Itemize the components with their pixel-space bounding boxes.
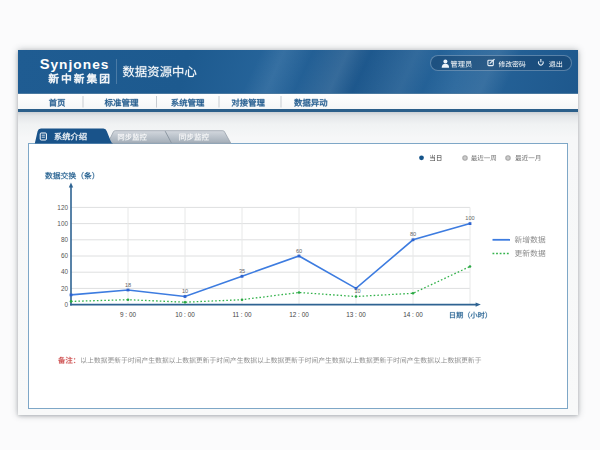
svg-text:12 : 00: 12 : 00	[289, 311, 309, 318]
svg-text:80: 80	[410, 231, 416, 237]
svg-text:60: 60	[61, 252, 69, 259]
svg-text:100: 100	[465, 215, 474, 221]
svg-text:10: 10	[182, 288, 188, 294]
svg-text:10: 10	[354, 288, 360, 294]
svg-text:80: 80	[61, 236, 69, 243]
svg-text:18: 18	[125, 282, 131, 288]
svg-text:ynjones: ynjones	[50, 57, 109, 72]
svg-text:35: 35	[239, 268, 245, 274]
svg-text:9 : 00: 9 : 00	[120, 311, 136, 318]
svg-text:14 : 00: 14 : 00	[403, 311, 423, 318]
svg-text:10 : 00: 10 : 00	[175, 311, 195, 318]
svg-text:120: 120	[57, 204, 68, 211]
svg-text:13 : 00: 13 : 00	[346, 311, 366, 318]
svg-text:40: 40	[61, 268, 69, 275]
svg-text:S: S	[40, 56, 50, 72]
svg-text:60: 60	[296, 248, 302, 254]
svg-text:0: 0	[64, 301, 68, 308]
svg-text:20: 20	[61, 285, 69, 292]
svg-text:11 : 00: 11 : 00	[232, 311, 252, 318]
svg-text:100: 100	[57, 220, 68, 227]
